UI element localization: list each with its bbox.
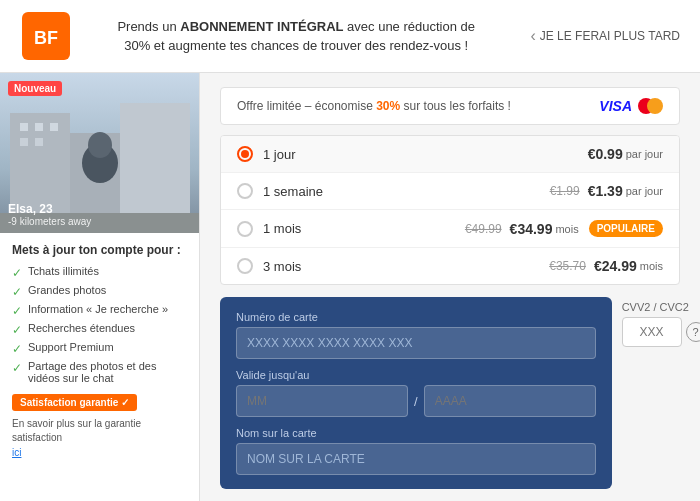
profile-distance: -9 kilometers away [8, 216, 91, 227]
profile-info: Elsa, 23 -9 kilometers away [8, 202, 91, 227]
card-name-input[interactable] [236, 443, 596, 475]
profile-name: Elsa, 23 [8, 202, 91, 216]
svg-rect-5 [120, 103, 190, 213]
svg-rect-9 [20, 138, 28, 146]
cvv-help-button[interactable]: ? [686, 322, 700, 342]
offer-header: Offre limitée – économise 30% sur tous l… [220, 87, 680, 125]
card-number-group: Numéro de carte [236, 311, 596, 359]
cvv-input[interactable] [622, 317, 682, 347]
check-icon: ✓ [12, 266, 22, 280]
card-number-label: Numéro de carte [236, 311, 596, 323]
expiry-mm-input[interactable] [236, 385, 408, 417]
svg-rect-6 [20, 123, 28, 131]
payment-main-row: Numéro de carte Valide jusqu'au / [220, 297, 680, 501]
feature-partage: ✓ Partage des photos et des vidéos sur l… [0, 358, 199, 386]
expiry-group: Valide jusqu'au / [236, 369, 596, 417]
radio-3mois[interactable] [237, 258, 253, 274]
check-icon: ✓ [12, 304, 22, 318]
expiry-yyyy-input[interactable] [424, 385, 596, 417]
mastercard-icon [638, 98, 663, 114]
expiry-separator: / [414, 394, 418, 409]
popular-badge: POPULAIRE [589, 220, 663, 237]
cvv-row: ? [622, 317, 700, 347]
right-panel: Offre limitée – économise 30% sur tous l… [200, 73, 700, 501]
svg-rect-7 [35, 123, 43, 131]
profile-card: Nouveau Elsa, 23 -9 kilometers away [0, 73, 199, 233]
feature-support: ✓ Support Premium [0, 339, 199, 358]
feature-tchats: ✓ Tchats illimités [0, 263, 199, 282]
svg-rect-10 [35, 138, 43, 146]
logo: BF [20, 10, 72, 62]
visa-icon: VISA [599, 98, 632, 114]
card-number-input[interactable] [236, 327, 596, 359]
check-icon: ✓ [12, 323, 22, 337]
payment-form-wrap: Numéro de carte Valide jusqu'au / [220, 297, 612, 501]
main-content: Nouveau Elsa, 23 -9 kilometers away Mets… [0, 73, 700, 501]
plan-3mois[interactable]: 3 mois €35.70 €24.99 mois [221, 248, 679, 284]
expiry-row-container: Valide jusqu'au / [236, 369, 596, 417]
check-icon: ✓ [12, 342, 22, 356]
card-name-label: Nom sur la carte [236, 427, 596, 439]
radio-1mois[interactable] [237, 221, 253, 237]
check-icon: ✓ [12, 361, 22, 375]
offer-header-text: Offre limitée – économise 30% sur tous l… [237, 99, 511, 113]
plan-1semaine[interactable]: 1 semaine €1.99 €1.39 par jour [221, 173, 679, 210]
later-button[interactable]: ‹ JE LE FERAI PLUS TARD [530, 27, 680, 45]
nouveau-badge: Nouveau [8, 81, 62, 96]
left-panel: Nouveau Elsa, 23 -9 kilometers away Mets… [0, 73, 200, 501]
cvv-group: CVV2 / CVC2 ? [622, 301, 700, 347]
payment-form: Numéro de carte Valide jusqu'au / [220, 297, 612, 489]
feature-recherche: ✓ Information « Je recherche » [0, 301, 199, 320]
plan-1jour[interactable]: 1 jour €0.99 par jour [221, 136, 679, 173]
radio-1semaine[interactable] [237, 183, 253, 199]
plans-container: 1 jour €0.99 par jour 1 semaine €1.99 €1… [220, 135, 680, 285]
satisfaction-badge: Satisfaction garantie ✓ [12, 394, 137, 411]
features-title: Mets à jour ton compte pour : [0, 233, 199, 263]
guarantee-text: En savoir plus sur la garantie satisfact… [0, 415, 199, 447]
plan-1mois[interactable]: 1 mois €49.99 €34.99 mois POPULAIRE [221, 210, 679, 248]
chevron-left-icon: ‹ [530, 27, 535, 45]
payment-logos: VISA [599, 98, 663, 114]
feature-recherches: ✓ Recherches étendues [0, 320, 199, 339]
cvv-wrap: CVV2 / CVC2 ? [622, 297, 700, 347]
feature-photos: ✓ Grandes photos [0, 282, 199, 301]
svg-rect-8 [50, 123, 58, 131]
top-bar: BF Prends un ABONNEMENT INTÉGRAL avec un… [0, 0, 700, 73]
expiry-label: Valide jusqu'au [236, 369, 596, 381]
card-name-group: Nom sur la carte [236, 427, 596, 475]
cvv-label: CVV2 / CVC2 [622, 301, 700, 313]
check-icon: ✓ [12, 285, 22, 299]
svg-text:BF: BF [34, 28, 58, 48]
guarantee-link[interactable]: ici [0, 447, 199, 458]
top-message: Prends un ABONNEMENT INTÉGRAL avec une r… [72, 17, 520, 56]
svg-point-12 [88, 132, 112, 158]
radio-1jour[interactable] [237, 146, 253, 162]
